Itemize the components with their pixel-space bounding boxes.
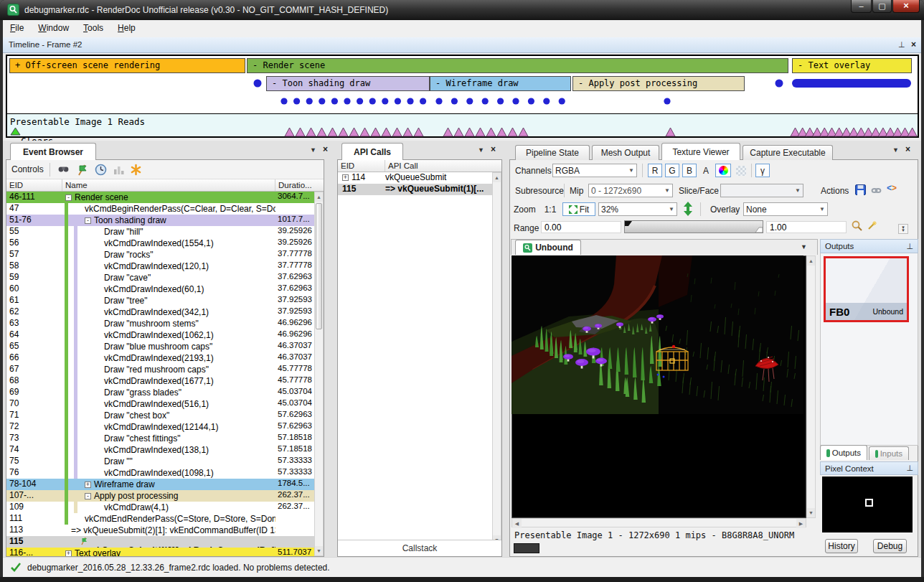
flip-y-icon[interactable] — [683, 202, 693, 216]
event-row[interactable]: 72vkCmdDrawIndexed(12144,1)57.62963 — [6, 421, 314, 433]
event-row[interactable]: 75Draw ""57.33333 — [6, 456, 314, 467]
stats-icon[interactable] — [112, 163, 126, 177]
chevron-down-icon[interactable]: ▼ — [801, 243, 807, 250]
event-row[interactable]: 55Draw "hill"39.25926 — [6, 226, 314, 238]
magnifier-icon[interactable] — [851, 220, 863, 232]
event-row[interactable]: 47vkCmdBeginRenderPass(C=Clear, D=Clear,… — [6, 203, 314, 215]
event-row[interactable]: 57Draw "rocks"37.77778 — [6, 249, 314, 261]
tab-api-calls[interactable]: API Calls — [341, 143, 403, 160]
fit-button[interactable]: Fit — [562, 202, 595, 216]
event-row[interactable]: 61Draw "tree"37.92593 — [6, 295, 314, 306]
viewport-vscrollbar[interactable]: ▲▼ — [806, 255, 816, 518]
col-eid[interactable]: EID — [6, 179, 62, 191]
tab-unbound[interactable]: Unbound — [515, 240, 581, 255]
expander-icon[interactable]: + — [65, 550, 72, 556]
range-slider[interactable] — [624, 220, 763, 233]
col-api-call[interactable]: API Call — [385, 160, 501, 172]
event-row[interactable]: 111vkCmdEndRenderPass(C=Store, D=Store, … — [6, 513, 314, 525]
find-icon[interactable] — [57, 163, 70, 177]
minimize-button[interactable]: – — [851, 0, 872, 13]
zoom-select[interactable]: 32%▼ — [598, 202, 677, 216]
callstack-section[interactable]: Callstack — [338, 540, 501, 556]
col-eid[interactable]: EID — [338, 160, 385, 172]
channel-blue-toggle[interactable]: B — [682, 164, 697, 177]
event-row[interactable]: 78-104+Wireframe draw1784.5... — [6, 479, 314, 490]
code-icon[interactable]: <> — [887, 183, 897, 193]
pixel-context-view[interactable] — [822, 477, 913, 532]
close-icon[interactable]: × — [323, 144, 328, 154]
event-row[interactable]: 68vkCmdDrawIndexed(1677,1)45.77778 — [6, 375, 314, 387]
event-row[interactable]: 113=> vkQueueSubmit(2)[1]: vkEndCommandB… — [6, 525, 314, 536]
close-icon[interactable]: × — [911, 39, 916, 50]
channels-select[interactable]: RGBA▼ — [552, 164, 637, 177]
history-button[interactable]: History — [825, 539, 858, 553]
api-call-row[interactable]: 115=> vkQueueSubmit(1)[... — [338, 184, 492, 195]
event-row[interactable]: 59Draw "cave"37.62963 — [6, 272, 314, 283]
tab-texture-viewer[interactable]: Texture Viewer — [661, 143, 740, 160]
event-row[interactable]: 62vkCmdDrawIndexed(342,1)37.92593 — [6, 306, 314, 318]
expander-icon[interactable]: - — [85, 217, 91, 224]
api-calls-scrollbar[interactable]: ▲▼ — [492, 172, 501, 545]
event-row[interactable]: 65Draw "blue mushroom caps"46.37037 — [6, 341, 314, 352]
menu-tools[interactable]: Tools — [76, 20, 110, 36]
chevron-down-icon[interactable]: ▼ — [310, 146, 316, 154]
event-row[interactable]: 71Draw "chest box"57.62963 — [6, 410, 314, 421]
event-row[interactable]: 66vkCmdDrawIndexed(2193,1)46.37037 — [6, 352, 314, 364]
color-wheel-icon[interactable] — [715, 164, 731, 177]
tab-pipeline-state[interactable]: Pipeline State — [515, 145, 590, 160]
pin-icon[interactable]: ⊥ — [906, 464, 913, 473]
checkerboard-icon[interactable] — [734, 164, 748, 177]
event-row[interactable]: 63Draw "mushroom stems"46.96296 — [6, 318, 314, 329]
event-browser-column-header[interactable]: EID Name Duratio... — [6, 179, 324, 192]
event-row[interactable]: 76vkCmdDrawIndexed(1098,1)57.33333 — [6, 467, 314, 479]
fb0-thumbnail[interactable]: FB0 Unbound — [824, 256, 909, 322]
event-row[interactable]: 51-76-Toon shading draw1017.7... — [6, 215, 314, 226]
event-row[interactable]: 115=> vkQueueSubmit(1)[0]: vkBeginComman… — [6, 536, 314, 548]
event-row[interactable]: 67Draw "red mushroom caps"45.77778 — [6, 364, 314, 375]
event-row[interactable]: 74vkCmdDrawIndexed(138,1)57.18518 — [6, 444, 314, 456]
tab-capture-executable[interactable]: Capture Executable — [742, 145, 833, 160]
event-row[interactable]: 107-...-Apply post processing262.37... — [6, 490, 314, 502]
menu-file[interactable]: File — [3, 20, 31, 36]
event-row[interactable]: 56vkCmdDrawIndexed(1554,1)39.25926 — [6, 238, 314, 249]
range-options-button[interactable]: ▾▾ — [898, 224, 908, 234]
event-row[interactable]: 64vkCmdDrawIndexed(1062,1)46.96296 — [6, 329, 314, 341]
event-row[interactable]: 58vkCmdDrawIndexed(120,1)37.77778 — [6, 261, 314, 272]
event-row[interactable]: 70vkCmdDrawIndexed(516,1)45.03704 — [6, 398, 314, 410]
maximize-button[interactable]: ▢ — [872, 0, 892, 13]
star-icon[interactable] — [129, 163, 143, 177]
tab-outputs[interactable]: Outputs — [820, 445, 867, 460]
event-browser-scrollbar[interactable]: ▲▼ — [314, 192, 324, 556]
expander-icon[interactable]: - — [65, 194, 72, 201]
pin-icon[interactable]: ⊥ — [898, 40, 905, 50]
chevron-down-icon[interactable]: ▼ — [478, 146, 484, 154]
link-icon[interactable] — [870, 184, 882, 197]
slice-face-select[interactable]: ▼ — [720, 184, 803, 197]
close-icon[interactable]: × — [905, 144, 910, 154]
api-call-row[interactable]: +114vkQueueSubmit — [338, 172, 492, 184]
close-icon[interactable]: × — [491, 144, 496, 154]
event-row[interactable]: 109vkCmdDraw(4,1)262.37... — [6, 502, 314, 513]
col-duration[interactable]: Duratio... — [275, 179, 314, 191]
range-max-input[interactable]: 1.00 — [766, 221, 847, 233]
viewport-hscrollbar[interactable]: ◀▶ — [512, 518, 806, 527]
event-row[interactable]: 73Draw "chest fittings"57.18518 — [6, 433, 314, 444]
api-calls-column-header[interactable]: EID API Call — [338, 160, 501, 172]
event-row[interactable]: 116-...+Text overlay511.7037 — [6, 548, 314, 556]
event-row[interactable]: 46-111-Render scene3064.7... — [6, 192, 314, 203]
menu-window[interactable]: Window — [31, 20, 76, 36]
close-button[interactable]: × — [892, 0, 920, 13]
mip-select[interactable]: 0 - 1272x690▼ — [588, 184, 673, 197]
bookmark-flag-icon[interactable] — [75, 163, 89, 177]
gamma-button[interactable]: γ — [755, 164, 770, 177]
chevron-down-icon[interactable]: ▼ — [892, 146, 899, 154]
overlay-select[interactable]: None▼ — [743, 202, 828, 216]
col-name[interactable]: Name — [62, 179, 275, 191]
event-row[interactable]: 69Draw "grass blades"45.03704 — [6, 387, 314, 398]
wand-icon[interactable] — [866, 220, 878, 232]
channel-alpha-toggle[interactable]: A — [699, 164, 712, 177]
debug-button[interactable]: Debug — [873, 539, 907, 553]
save-icon[interactable] — [854, 184, 867, 196]
tab-mesh-output[interactable]: Mesh Output — [592, 145, 659, 160]
range-min-input[interactable]: 0.00 — [541, 221, 621, 233]
